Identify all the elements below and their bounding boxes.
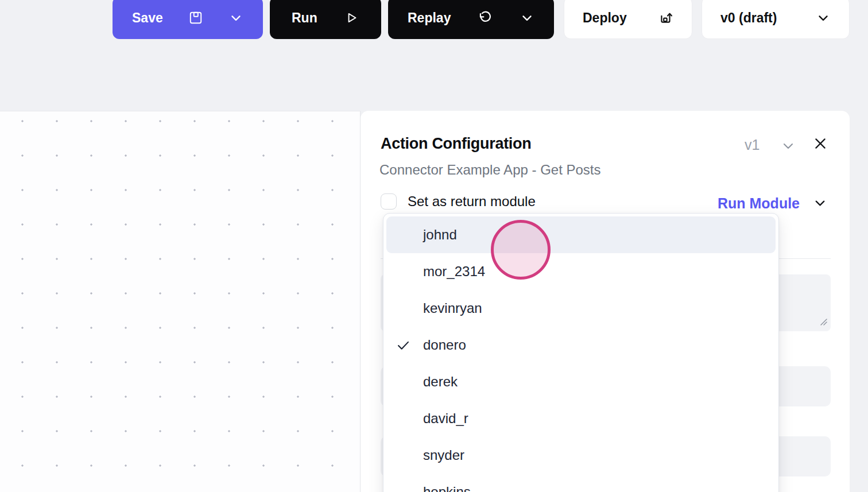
run-module-label: Run Module (718, 195, 800, 212)
dropdown-item[interactable]: snyder (386, 437, 776, 474)
panel-title: Action Configuration (381, 135, 531, 153)
replay-chevron-down-icon[interactable] (520, 10, 534, 25)
run-button[interactable]: Run (270, 0, 381, 39)
dropdown-item[interactable]: johnd (386, 216, 776, 253)
save-button-label: Save (132, 10, 163, 26)
panel-version-badge: v1 (745, 137, 760, 153)
dropdown-item-label: snyder (423, 447, 464, 463)
dropdown-item-label: donero (423, 337, 466, 353)
deploy-icon (658, 10, 673, 25)
top-toolbar: Save Run Replay (0, 0, 868, 111)
deploy-button[interactable]: Deploy (564, 0, 692, 39)
panel-version-chevron-down-icon[interactable] (780, 138, 796, 156)
action-configuration-panel: Action Configuration v1 Connector Exampl… (361, 111, 850, 492)
deploy-button-label: Deploy (583, 10, 627, 26)
dropdown-item-label: hopkins (423, 484, 471, 492)
dropdown-item[interactable]: hopkins (386, 474, 776, 492)
dropdown-item[interactable]: derek (386, 363, 776, 400)
dropdown-item[interactable]: donero (386, 327, 776, 363)
resize-handle-icon[interactable] (819, 317, 828, 328)
dropdown-item-label: mor_2314 (423, 264, 485, 280)
dropdown-item[interactable]: david_r (386, 400, 776, 437)
dropdown-item-label: kevinryan (423, 300, 482, 316)
rotate-ccw-icon (478, 10, 493, 25)
save-button[interactable]: Save (113, 0, 263, 39)
dropdown-item[interactable]: kevinryan (386, 290, 776, 327)
version-chevron-down-icon (816, 10, 831, 25)
close-icon[interactable] (813, 136, 828, 153)
set-return-module-label: Set as return module (408, 193, 536, 210)
replay-button-label: Replay (408, 10, 451, 26)
run-module-dropdown[interactable]: Run Module (718, 193, 828, 213)
dropdown-item-label: david_r (423, 410, 468, 427)
save-icon (188, 10, 203, 25)
dropdown-item-label: derek (423, 374, 458, 390)
replay-button[interactable]: Replay (388, 0, 554, 39)
username-dropdown-list: johndmor_2314kevinryandoneroderekdavid_r… (383, 213, 779, 492)
run-button-label: Run (292, 10, 317, 26)
play-icon (344, 10, 359, 25)
run-module-chevron-down-icon (812, 195, 828, 213)
dropdown-item-label: johnd (423, 227, 457, 243)
save-chevron-down-icon[interactable] (228, 10, 243, 25)
panel-subtitle: Connector Example App - Get Posts (379, 162, 601, 178)
check-icon (396, 338, 423, 353)
version-select[interactable]: v0 (draft) (702, 0, 850, 39)
set-return-module-checkbox[interactable] (381, 193, 397, 210)
dropdown-item[interactable]: mor_2314 (386, 253, 776, 290)
workflow-canvas[interactable] (0, 111, 361, 492)
version-select-label: v0 (draft) (720, 10, 777, 26)
